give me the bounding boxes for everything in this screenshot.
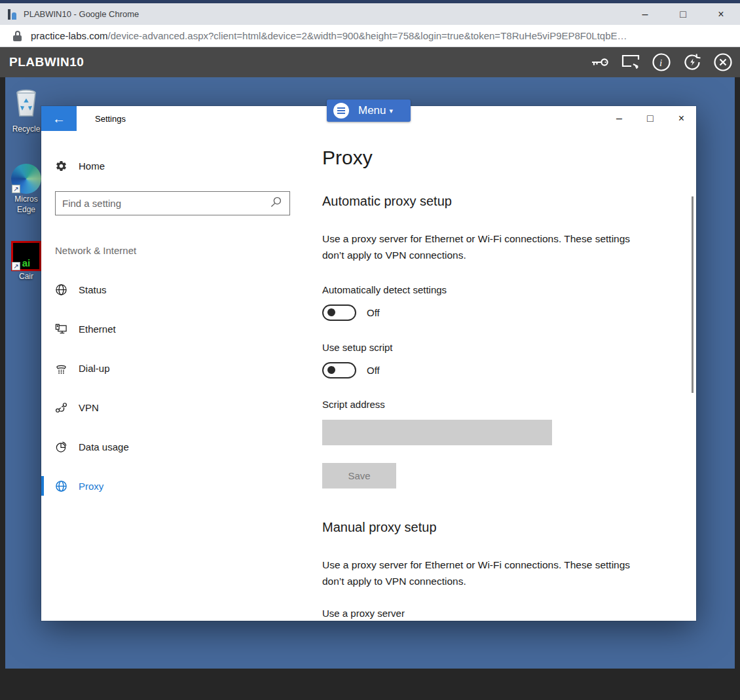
shortcut-arrow-icon: ↗ bbox=[12, 185, 20, 193]
desktop-icon-cain[interactable]: ai ↗ Cair bbox=[8, 241, 45, 282]
sidebar-item-label: Ethernet bbox=[79, 323, 116, 335]
scrollbar-thumb[interactable] bbox=[692, 196, 694, 393]
settings-window: ← Settings – □ × Home bbox=[41, 106, 696, 621]
ethernet-icon bbox=[55, 323, 67, 335]
lab-menu-button[interactable]: Menu ▾ bbox=[327, 100, 411, 122]
script-address-input[interactable] bbox=[322, 420, 552, 445]
shortcut-arrow-icon: ↗ bbox=[12, 262, 20, 270]
settings-minimize-button[interactable]: – bbox=[616, 113, 622, 124]
settings-maximize-button[interactable]: □ bbox=[647, 113, 654, 124]
chrome-minimize-button[interactable]: – bbox=[626, 9, 664, 20]
caret-down-icon: ▾ bbox=[390, 107, 394, 115]
save-button[interactable]: Save bbox=[322, 463, 396, 488]
info-icon[interactable]: i bbox=[651, 52, 672, 73]
practice-labs-favicon bbox=[8, 9, 17, 20]
sidebar-item-proxy[interactable]: Proxy bbox=[41, 475, 298, 497]
disconnect-icon[interactable] bbox=[712, 52, 733, 73]
sidebar-item-label: Data usage bbox=[79, 441, 129, 452]
sidebar-item-vpn[interactable]: VPN bbox=[41, 396, 298, 418]
toggle-label-auto-detect: Automatically detect settings bbox=[322, 284, 447, 295]
screen: PLABWIN10 - Google Chrome – □ × practice… bbox=[0, 0, 740, 700]
settings-window-title: Settings bbox=[95, 106, 126, 131]
sidebar-item-status[interactable]: Status bbox=[41, 278, 298, 301]
settings-close-button[interactable]: × bbox=[678, 113, 684, 124]
key-icon[interactable] bbox=[589, 52, 610, 73]
toggle-knob bbox=[327, 366, 335, 374]
screen-share-icon[interactable] bbox=[620, 52, 641, 73]
lab-hostname: PLABWIN10 bbox=[9, 55, 84, 69]
desktop-icon-label: Micros bbox=[8, 194, 45, 204]
desktop: Recycle ↗ Micros Edge ai ↗ Cair ← bbox=[5, 77, 735, 669]
chrome-window-title: PLABWIN10 - Google Chrome bbox=[24, 9, 139, 19]
data-usage-icon bbox=[55, 441, 67, 453]
sidebar-item-dialup[interactable]: Dial-up bbox=[41, 357, 298, 379]
toggle-label-setup-script: Use setup script bbox=[322, 342, 393, 353]
settings-search-box[interactable] bbox=[55, 191, 290, 215]
automatic-proxy-heading: Automatic proxy setup bbox=[322, 194, 452, 209]
manual-proxy-description: Use a proxy server for Ethernet or Wi-Fi… bbox=[322, 557, 650, 589]
use-proxy-server-label: Use a proxy server bbox=[322, 608, 405, 619]
url-path: /device-advanced.aspx?client=html&device… bbox=[108, 30, 627, 41]
chrome-close-button[interactable]: × bbox=[702, 9, 740, 20]
back-arrow-icon: ← bbox=[52, 111, 65, 126]
selected-item-accent-bar bbox=[41, 476, 44, 496]
sidebar-item-label: Proxy bbox=[79, 481, 103, 492]
sidebar-item-ethernet[interactable]: Ethernet bbox=[41, 318, 298, 340]
sidebar-item-label: Dial-up bbox=[79, 363, 110, 374]
globe-icon bbox=[55, 480, 67, 492]
reconnect-icon[interactable] bbox=[682, 52, 703, 73]
desktop-icon-label: Cair bbox=[8, 271, 45, 282]
search-icon bbox=[270, 196, 282, 210]
search-input[interactable] bbox=[56, 198, 270, 209]
script-address-label: Script address bbox=[322, 399, 385, 410]
back-button[interactable]: ← bbox=[41, 106, 77, 131]
sidebar-item-label: VPN bbox=[79, 402, 99, 413]
sidebar-item-data-usage[interactable]: Data usage bbox=[41, 435, 298, 458]
desktop-icon-microsoft-edge[interactable]: ↗ Micros Edge bbox=[8, 164, 45, 215]
toggle-state-label: Off bbox=[367, 307, 380, 318]
lock-icon[interactable] bbox=[13, 31, 22, 41]
manual-proxy-heading: Manual proxy setup bbox=[322, 520, 437, 535]
chrome-maximize-button[interactable]: □ bbox=[664, 9, 702, 20]
chrome-titlebar: PLABWIN10 - Google Chrome – □ × bbox=[0, 3, 740, 25]
hamburger-icon bbox=[333, 103, 349, 119]
lab-toolbar: PLABWIN10 i bbox=[0, 47, 740, 77]
desktop-icon-label: Edge bbox=[8, 204, 45, 215]
sidebar-item-label: Status bbox=[79, 284, 107, 295]
auto-detect-toggle[interactable] bbox=[322, 304, 356, 321]
desktop-icon-label: Recycle bbox=[8, 124, 45, 134]
setup-script-toggle[interactable] bbox=[322, 362, 356, 378]
dialup-icon bbox=[55, 362, 67, 375]
globe-icon bbox=[55, 284, 67, 296]
recycle-bin-icon bbox=[13, 84, 39, 122]
toggle-knob bbox=[327, 308, 335, 316]
automatic-proxy-description: Use a proxy server for Ethernet or Wi-Fi… bbox=[322, 230, 650, 263]
url-text[interactable]: practice-labs.com/device-advanced.aspx?c… bbox=[31, 30, 627, 41]
chrome-address-bar[interactable]: practice-labs.com/device-advanced.aspx?c… bbox=[0, 25, 740, 47]
page-title: Proxy bbox=[322, 147, 373, 169]
sidebar-item-label: Home bbox=[79, 160, 105, 172]
gear-icon bbox=[55, 160, 67, 172]
svg-text:i: i bbox=[659, 58, 662, 68]
sidebar-item-home[interactable]: Home bbox=[41, 155, 298, 177]
toggle-state-label: Off bbox=[367, 365, 380, 376]
sidebar-section-label: Network & Internet bbox=[55, 245, 136, 256]
url-domain: practice-labs.com bbox=[31, 30, 108, 41]
remote-viewport: Recycle ↗ Micros Edge ai ↗ Cair ← bbox=[0, 77, 740, 700]
desktop-icon-recycle-bin[interactable]: Recycle bbox=[8, 84, 45, 134]
vpn-icon bbox=[55, 401, 67, 414]
